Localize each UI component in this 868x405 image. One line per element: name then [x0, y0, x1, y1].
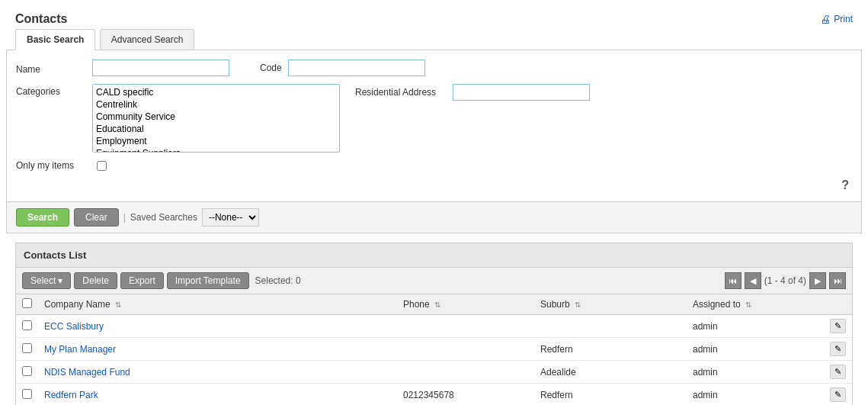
edit-button-1[interactable]: ✎ [830, 342, 846, 356]
delete-button-top[interactable]: Delete [74, 272, 117, 289]
export-button-top[interactable]: Export [120, 272, 164, 289]
first-page-btn-top[interactable]: ⏮ [725, 272, 741, 289]
tab-basic-search[interactable]: Basic Search [15, 29, 95, 50]
category-option[interactable]: CALD specific [94, 86, 338, 98]
name-label: Name [16, 62, 92, 75]
col-header-phone[interactable]: Phone ⇅ [397, 294, 534, 315]
print-icon: 🖨 [820, 13, 831, 25]
saved-searches-select[interactable]: --None-- [202, 208, 259, 227]
next-page-btn-top[interactable]: ▶ [809, 272, 826, 289]
row-phone-cell [397, 338, 534, 361]
row-check-cell [16, 361, 38, 384]
page-header: Contacts 🖨 Print [6, 6, 862, 29]
clear-button[interactable]: Clear [74, 208, 119, 227]
row-edit-cell: ✎ [824, 384, 852, 406]
code-section: Code [260, 59, 425, 76]
col-header-check [16, 294, 38, 315]
row-assigned-cell: admin [687, 315, 824, 338]
import-button-top[interactable]: Import Template [167, 272, 249, 289]
company-sort-icon: ⇅ [115, 301, 121, 309]
row-suburb-cell: Redfern [534, 384, 687, 406]
select-all-checkbox[interactable] [22, 298, 32, 308]
table-row: My Plan Manager Redfern admin ✎ [16, 338, 852, 361]
row-edit-cell: ✎ [824, 315, 852, 338]
category-option[interactable]: Centrelink [94, 98, 338, 111]
row-checkbox-1[interactable] [22, 343, 32, 353]
row-check-cell [16, 315, 38, 338]
edit-button-0[interactable]: ✎ [830, 319, 846, 333]
last-page-btn-top[interactable]: ⏭ [829, 272, 846, 289]
contacts-table: Company Name ⇅ Phone ⇅ Suburb ⇅ Assigned… [16, 294, 852, 405]
page-info-top: (1 - 4 of 4) [764, 275, 806, 286]
col-header-suburb[interactable]: Suburb ⇅ [534, 294, 687, 315]
edit-button-2[interactable]: ✎ [830, 365, 846, 379]
saved-searches-label: Saved Searches [130, 212, 197, 223]
row-checkbox-2[interactable] [22, 366, 32, 376]
phone-col-label: Phone [403, 299, 430, 310]
company-link-2[interactable]: NDIS Managed Fund [44, 367, 130, 378]
row-suburb-cell: Redfern [534, 338, 687, 361]
category-option[interactable]: Community Service [94, 111, 338, 123]
row-checkbox-3[interactable] [22, 389, 32, 399]
row-assigned-cell: admin [687, 361, 824, 384]
table-row: Redfern Park 0212345678 Redfern admin ✎ [16, 384, 852, 406]
company-link-0[interactable]: ECC Salisbury [44, 321, 104, 332]
row-assigned-cell: admin [687, 338, 824, 361]
row-edit-cell: ✎ [824, 338, 852, 361]
residential-input[interactable] [453, 84, 590, 101]
selected-count-top: Selected: 0 [255, 275, 301, 286]
row-checkbox-0[interactable] [22, 320, 32, 330]
row-company-cell: NDIS Managed Fund [38, 361, 397, 384]
phone-sort-icon: ⇅ [434, 301, 440, 309]
row-check-cell [16, 338, 38, 361]
col-header-company[interactable]: Company Name ⇅ [38, 294, 397, 315]
row-phone-cell [397, 361, 534, 384]
row-suburb-cell [534, 315, 687, 338]
help-row: ? [16, 178, 852, 192]
only-my-items-label: Only my items [16, 160, 92, 171]
col-header-assigned[interactable]: Assigned to ⇅ [687, 294, 824, 315]
select-button-top[interactable]: Select ▾ [22, 272, 71, 289]
row-check-cell [16, 384, 38, 406]
categories-container: CALD specific Centrelink Community Servi… [92, 84, 340, 153]
suburb-sort-icon: ⇅ [575, 301, 581, 309]
row-assigned-cell: admin [687, 384, 824, 406]
print-link[interactable]: 🖨 Print [820, 13, 853, 25]
search-actions-bar: Search Clear | Saved Searches --None-- [6, 202, 862, 233]
company-link-3[interactable]: Redfern Park [44, 390, 98, 400]
list-toolbar-top: Select ▾ Delete Export Import Template S… [16, 268, 852, 294]
category-option[interactable]: Educational [94, 123, 338, 135]
tabs-container: Basic Search Advanced Search [6, 29, 862, 50]
category-option[interactable]: Employment [94, 135, 338, 147]
assigned-col-label: Assigned to [693, 299, 741, 310]
contacts-list-header: Contacts List [16, 243, 852, 268]
contacts-list-section: Contacts List Select ▾ Delete Export Imp… [15, 243, 853, 405]
categories-list[interactable]: CALD specific Centrelink Community Servi… [92, 84, 340, 153]
pagination-top: ⏮ ◀ (1 - 4 of 4) ▶ ⏭ [725, 272, 846, 289]
name-input[interactable] [92, 59, 229, 76]
prev-page-btn-top[interactable]: ◀ [745, 272, 761, 289]
row-phone-cell: 0212345678 [397, 384, 534, 406]
company-link-1[interactable]: My Plan Manager [44, 344, 116, 355]
select-label-top: Select [30, 275, 56, 286]
residential-label: Residential Address [355, 87, 447, 98]
code-label: Code [260, 63, 282, 73]
code-input[interactable] [288, 59, 425, 76]
only-my-items-row: Only my items [16, 160, 852, 171]
tab-advanced-search[interactable]: Advanced Search [100, 29, 195, 50]
page-title: Contacts [15, 12, 67, 26]
suburb-col-label: Suburb [540, 299, 570, 310]
row-company-cell: ECC Salisbury [38, 315, 397, 338]
divider: | [123, 212, 126, 223]
table-body: ECC Salisbury admin ✎ My Plan Manager Re… [16, 315, 852, 406]
categories-label: Categories [16, 84, 92, 97]
search-button[interactable]: Search [16, 208, 69, 227]
table-row: ECC Salisbury admin ✎ [16, 315, 852, 338]
edit-button-3[interactable]: ✎ [830, 387, 846, 402]
select-arrow-top: ▾ [58, 275, 62, 286]
category-option[interactable]: Equipment Suppliers [94, 147, 338, 153]
help-icon[interactable]: ? [841, 178, 849, 192]
assigned-sort-icon: ⇅ [745, 301, 751, 309]
only-my-items-checkbox[interactable] [97, 161, 107, 171]
row-suburb-cell: Adealide [534, 361, 687, 384]
